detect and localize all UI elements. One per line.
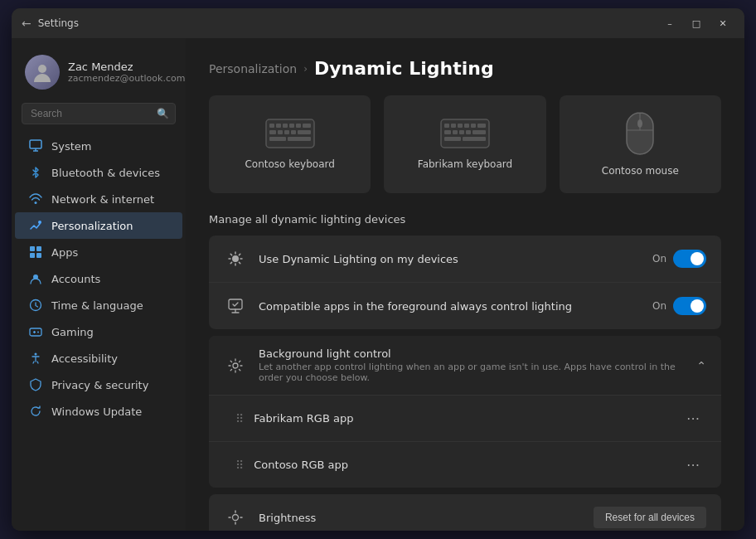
avatar: [25, 55, 60, 90]
setting-title: Compatible apps in the foreground always…: [259, 300, 652, 313]
setting-text: Fabrikam RGB app: [254, 412, 680, 425]
content-area: Personalization › Dynamic Lighting: [186, 38, 744, 531]
svg-rect-36: [471, 124, 476, 128]
svg-rect-26: [284, 130, 289, 134]
setting-title: Fabrikam RGB app: [254, 412, 680, 425]
bluetooth-icon: [28, 165, 43, 180]
collapse-button[interactable]: ⌃: [696, 359, 706, 372]
sidebar-item-system[interactable]: System: [15, 133, 182, 159]
sidebar-item-gaming[interactable]: Gaming: [15, 318, 182, 345]
sidebar-item-label: System: [51, 140, 91, 153]
device-card-label: Fabrikam keyboard: [418, 158, 512, 170]
svg-rect-1: [30, 140, 41, 148]
sidebar-item-personalization[interactable]: Personalization: [15, 212, 182, 239]
svg-rect-6: [30, 246, 35, 251]
svg-point-16: [35, 353, 37, 356]
minimize-button[interactable]: –: [658, 12, 681, 35]
breadcrumb-current: Dynamic Lighting: [314, 58, 494, 79]
svg-rect-32: [444, 124, 449, 128]
svg-rect-40: [459, 130, 464, 134]
titlebar-left: ← Settings: [22, 17, 79, 30]
sidebar-item-label: Bluetooth & devices: [51, 167, 160, 179]
device-card-contoso-keyboard[interactable]: Contoso keyboard: [209, 95, 371, 193]
search-box[interactable]: 🔍: [22, 103, 176, 124]
main-content: Zac Mendez zacmendez@outlook.com 🔍 Syste…: [12, 38, 744, 531]
svg-rect-33: [451, 124, 456, 128]
svg-rect-29: [269, 137, 286, 141]
svg-point-48: [232, 255, 239, 262]
gaming-icon: [28, 324, 43, 339]
fabrikam-more-button[interactable]: ⋯: [680, 407, 706, 430]
svg-rect-39: [453, 130, 458, 134]
back-button[interactable]: ←: [22, 17, 32, 30]
accounts-icon: [28, 271, 43, 286]
sidebar-item-bluetooth[interactable]: Bluetooth & devices: [15, 159, 182, 186]
compatible-apps-toggle[interactable]: [673, 297, 706, 315]
toggle-control: On: [652, 297, 706, 315]
titlebar: ← Settings – □ ✕: [12, 8, 744, 38]
svg-rect-42: [472, 130, 486, 134]
device-card-label: Contoso mouse: [602, 165, 679, 177]
sidebar-item-accounts[interactable]: Accounts: [15, 265, 182, 292]
sidebar-item-time[interactable]: Time & language: [15, 292, 182, 318]
device-card-label: Contoso keyboard: [245, 158, 334, 170]
brightness-group: Brightness Reset for all devices: [209, 494, 721, 531]
search-input[interactable]: [22, 103, 176, 124]
use-dynamic-lighting-toggle[interactable]: [673, 250, 706, 268]
window-title: Settings: [38, 17, 79, 29]
svg-rect-20: [283, 124, 288, 128]
drag-handle[interactable]: ⠿: [235, 459, 244, 472]
drag-handle[interactable]: ⠿: [235, 412, 244, 425]
sidebar-item-label: Gaming: [51, 326, 94, 338]
setting-title: Brightness: [259, 512, 594, 524]
svg-point-58: [233, 363, 238, 368]
breadcrumb-parent[interactable]: Personalization: [209, 62, 297, 75]
user-name: Zac Mendez: [68, 61, 185, 73]
sidebar-item-label: Accessibility: [51, 352, 118, 365]
svg-rect-34: [458, 124, 463, 128]
brightness-reset-button[interactable]: Reset for all devices: [594, 507, 706, 528]
more-control: ⋯: [680, 407, 706, 430]
setting-title: Background light control: [259, 347, 688, 360]
sidebar-item-label: Network & internet: [51, 193, 154, 206]
svg-rect-57: [229, 299, 242, 309]
svg-rect-41: [466, 130, 471, 134]
manage-section-header: Manage all dynamic lighting devices: [209, 213, 721, 226]
setting-text: Background light control Let another app…: [259, 347, 688, 383]
brightness-icon: [224, 506, 247, 529]
fabrikam-rgb-row: ⠿ Fabrikam RGB app ⋯: [209, 396, 721, 442]
device-cards: Contoso keyboard: [209, 95, 721, 193]
settings-window: ← Settings – □ ✕: [12, 8, 744, 531]
svg-rect-35: [464, 124, 469, 128]
toggle-settings-group: Use Dynamic Lighting on my devices On: [209, 236, 721, 329]
svg-rect-19: [276, 124, 281, 128]
svg-point-47: [637, 119, 642, 128]
device-card-contoso-mouse[interactable]: Contoso mouse: [560, 95, 721, 193]
sidebar-item-label: Windows Update: [51, 405, 142, 418]
user-info: Zac Mendez zacmendez@outlook.com: [68, 61, 185, 84]
close-button[interactable]: ✕: [711, 12, 734, 35]
contoso-more-button[interactable]: ⋯: [680, 454, 706, 476]
sidebar-item-network[interactable]: Network & internet: [15, 186, 182, 212]
sidebar-item-privacy[interactable]: Privacy & security: [15, 371, 182, 398]
sidebar-item-label: Time & language: [51, 299, 143, 312]
device-card-fabrikam-keyboard[interactable]: Fabrikam keyboard: [384, 95, 545, 193]
sidebar-item-accessibility[interactable]: Accessibility: [15, 345, 182, 371]
svg-rect-37: [477, 124, 486, 128]
keyboard-icon: [265, 119, 315, 148]
sun-icon: [224, 247, 247, 270]
maximize-button[interactable]: □: [685, 12, 708, 35]
use-dynamic-lighting-row: Use Dynamic Lighting on my devices On: [209, 236, 721, 283]
svg-rect-9: [36, 253, 41, 258]
sidebar-item-apps[interactable]: Apps: [15, 239, 182, 265]
titlebar-controls: – □ ✕: [658, 12, 734, 35]
background-light-group: Background light control Let another app…: [209, 336, 721, 488]
compatible-icon: [224, 294, 247, 318]
collapse-control: ⌃: [688, 359, 706, 372]
sidebar-item-windows-update[interactable]: Windows Update: [15, 398, 182, 425]
update-icon: [28, 404, 43, 419]
toggle-control: On: [652, 250, 706, 268]
toggle-label: On: [652, 253, 666, 265]
setting-text: Contoso RGB app: [254, 459, 680, 471]
svg-rect-38: [444, 130, 451, 134]
